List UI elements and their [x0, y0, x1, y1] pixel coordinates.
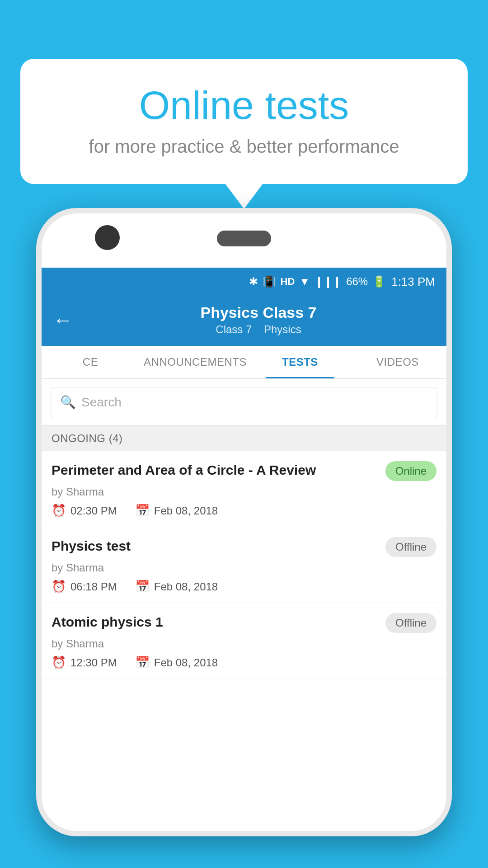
test-date-0: 📅 Feb 08, 2018 — [135, 504, 218, 518]
wifi-icon: ▼ — [299, 275, 310, 288]
nav-subtitle-subject: Physics — [264, 323, 301, 335]
section-ongoing-header: ONGOING (4) — [42, 426, 446, 451]
screen-content: ✱ 📳 HD ▼ ❙❙❙ 66% 🔋 1:13 PM ← Physics Cla… — [42, 268, 446, 831]
test-badge-0: Online — [385, 461, 436, 481]
nav-subtitle: Class 7 Physics — [82, 323, 435, 336]
test-time-2: ⏰ 12:30 PM — [52, 656, 117, 670]
back-button[interactable]: ← — [53, 310, 73, 330]
calendar-icon: 📅 — [135, 504, 150, 518]
bubble-subtitle: for more practice & better performance — [47, 137, 441, 157]
camera-icon — [95, 225, 120, 250]
test-author-0: by Sharma — [52, 486, 436, 498]
clock-icon: ⏰ — [52, 580, 66, 594]
signal-icon: ❙❙❙ — [314, 275, 342, 288]
test-meta-0: ⏰ 02:30 PM 📅 Feb 08, 2018 — [52, 504, 436, 518]
search-bar[interactable]: 🔍 Search — [51, 387, 437, 417]
test-item[interactable]: Atomic physics 1 Offline by Sharma ⏰ 12:… — [42, 603, 446, 679]
test-title-2: Atomic physics 1 — [52, 613, 385, 631]
test-time-value-0: 02:30 PM — [70, 505, 117, 517]
status-icons: ✱ 📳 HD ▼ ❙❙❙ 66% 🔋 — [249, 275, 386, 288]
hd-icon: HD — [281, 276, 295, 288]
tab-videos[interactable]: VIDEOS — [349, 346, 446, 378]
status-bar: ✱ 📳 HD ▼ ❙❙❙ 66% 🔋 1:13 PM — [42, 268, 446, 296]
test-item[interactable]: Physics test Offline by Sharma ⏰ 06:18 P… — [42, 527, 446, 603]
search-icon: 🔍 — [60, 395, 76, 410]
bluetooth-icon: ✱ — [249, 275, 258, 288]
battery-icon: 🔋 — [372, 275, 386, 288]
test-meta-1: ⏰ 06:18 PM 📅 Feb 08, 2018 — [52, 580, 436, 594]
tab-announcements[interactable]: ANNOUNCEMENTS — [139, 346, 251, 378]
tab-ce[interactable]: CE — [42, 346, 139, 378]
calendar-icon: 📅 — [135, 580, 150, 594]
test-badge-2: Offline — [385, 613, 436, 633]
phone-screen: ✱ 📳 HD ▼ ❙❙❙ 66% 🔋 1:13 PM ← Physics Cla… — [42, 213, 446, 831]
speech-bubble: Online tests for more practice & better … — [20, 59, 468, 184]
phone-container: ✱ 📳 HD ▼ ❙❙❙ 66% 🔋 1:13 PM ← Physics Cla… — [36, 208, 452, 868]
test-date-2: 📅 Feb 08, 2018 — [135, 656, 218, 670]
clock-icon: ⏰ — [52, 504, 66, 518]
test-time-1: ⏰ 06:18 PM — [52, 580, 117, 594]
test-item-header: Perimeter and Area of a Circle - A Revie… — [52, 461, 436, 481]
tab-tests[interactable]: TESTS — [251, 346, 349, 378]
test-date-1: 📅 Feb 08, 2018 — [135, 580, 218, 594]
home-button[interactable] — [217, 231, 271, 246]
nav-title-section: Physics Class 7 Class 7 Physics — [82, 304, 435, 336]
test-title-0: Perimeter and Area of a Circle - A Revie… — [52, 461, 385, 479]
test-badge-1: Offline — [385, 537, 436, 557]
vibrate-icon: 📳 — [263, 275, 276, 288]
nav-subtitle-class: Class 7 — [216, 323, 252, 335]
search-container: 🔍 Search — [42, 379, 446, 426]
test-item-header: Physics test Offline — [52, 537, 436, 557]
test-meta-2: ⏰ 12:30 PM 📅 Feb 08, 2018 — [52, 656, 436, 670]
nav-bar: ← Physics Class 7 Class 7 Physics — [42, 296, 446, 346]
test-date-value-1: Feb 08, 2018 — [154, 580, 218, 593]
tabs-container: CE ANNOUNCEMENTS TESTS VIDEOS — [42, 346, 446, 379]
test-item-header: Atomic physics 1 Offline — [52, 613, 436, 633]
section-ongoing-label: ONGOING (4) — [52, 432, 123, 444]
test-date-value-2: Feb 08, 2018 — [154, 656, 218, 669]
test-title-1: Physics test — [52, 537, 385, 555]
test-date-value-0: Feb 08, 2018 — [154, 505, 218, 517]
status-time: 1:13 PM — [391, 275, 435, 289]
test-time-value-2: 12:30 PM — [70, 656, 117, 669]
bubble-title: Online tests — [47, 84, 441, 127]
test-author-2: by Sharma — [52, 637, 436, 650]
nav-title: Physics Class 7 — [82, 304, 435, 321]
test-time-0: ⏰ 02:30 PM — [52, 504, 117, 518]
battery-percent: 66% — [346, 275, 368, 288]
phone-outer: ✱ 📳 HD ▼ ❙❙❙ 66% 🔋 1:13 PM ← Physics Cla… — [36, 208, 452, 836]
clock-icon: ⏰ — [52, 656, 66, 670]
test-author-1: by Sharma — [52, 561, 436, 574]
calendar-icon: 📅 — [135, 656, 150, 670]
test-time-value-1: 06:18 PM — [70, 580, 117, 593]
search-input-label: Search — [81, 395, 122, 410]
test-item[interactable]: Perimeter and Area of a Circle - A Revie… — [42, 451, 446, 527]
